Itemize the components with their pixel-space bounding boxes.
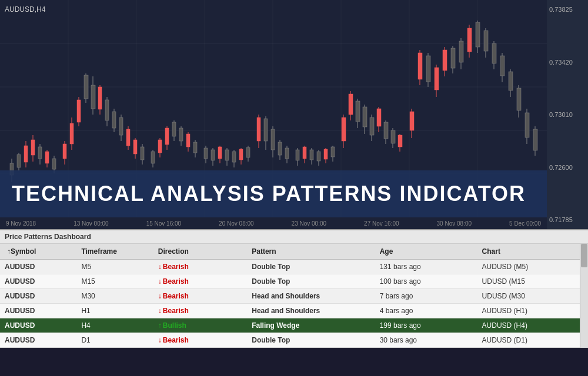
dashboard-title: Price Patterns Dashboard (0, 230, 588, 244)
price-0: 0.73825 (549, 6, 586, 13)
time-label-4: 23 Nov 00:00 (292, 220, 327, 227)
svg-rect-149 (533, 129, 537, 150)
svg-rect-125 (435, 68, 439, 90)
time-label-0: 9 Nov 2018 (6, 220, 36, 227)
banner-text: TECHNICAL ANALYSIS PATTERNS INDICATOR (12, 182, 526, 206)
svg-rect-71 (225, 150, 229, 160)
cell-age: 131 bars ago (375, 260, 477, 274)
cell-chart: UDUSD (M15 (477, 274, 588, 289)
price-1: 0.73420 (549, 59, 586, 66)
svg-rect-145 (517, 88, 521, 110)
col-header-pattern: Pattern (247, 244, 375, 260)
cell-direction: ↓Bearish (153, 289, 247, 304)
time-label-6: 30 Nov 08:00 (437, 220, 472, 227)
svg-rect-127 (443, 50, 447, 70)
cell-age: 30 bars ago (375, 333, 477, 348)
price-3: 0.72600 (549, 164, 586, 171)
cell-pattern: Head and Shoulders (247, 289, 375, 304)
patterns-table: ↑Symbol Timeframe Direction Pattern Age … (0, 244, 588, 348)
svg-rect-19 (31, 140, 35, 155)
svg-rect-27 (63, 144, 66, 159)
svg-rect-139 (492, 43, 496, 63)
svg-rect-77 (246, 147, 250, 157)
cell-pattern: Head and Shoulders (247, 304, 375, 318)
cell-symbol: AUDUSD (0, 333, 76, 348)
cell-timeframe: M5 (76, 260, 153, 274)
svg-rect-123 (426, 56, 430, 82)
svg-rect-99 (331, 147, 335, 157)
svg-rect-41 (112, 112, 116, 128)
svg-rect-31 (77, 100, 81, 122)
svg-rect-135 (476, 22, 480, 47)
table-row: AUDUSD M15 ↓Bearish Double Top 100 bars … (0, 274, 588, 289)
cell-pattern: Double Top (247, 260, 375, 274)
dashboard-panel: Price Patterns Dashboard ↑Symbol Timefra… (0, 229, 588, 348)
table-row: AUDUSD D1 ↓Bearish Double Top 30 bars ag… (0, 333, 588, 348)
cell-direction: ↑Bullish (153, 318, 247, 333)
svg-rect-93 (310, 150, 313, 160)
price-labels: 0.73825 0.73420 0.73010 0.72600 0.71785 (547, 0, 588, 229)
svg-rect-113 (384, 122, 388, 139)
svg-text:AUDUSD,H4: AUDUSD,H4 (5, 5, 46, 14)
time-label-2: 15 Nov 16:00 (146, 220, 182, 227)
svg-rect-129 (451, 48, 455, 68)
svg-rect-53 (158, 140, 162, 153)
cell-age: 7 bars ago (375, 289, 477, 304)
cell-symbol: AUDUSD (0, 304, 76, 318)
svg-rect-67 (211, 150, 215, 160)
cell-chart: AUDUSD (D1) (477, 333, 588, 348)
cell-timeframe: M30 (76, 289, 153, 304)
col-header-symbol: ↑Symbol (0, 244, 76, 260)
scrollbar[interactable] (580, 244, 588, 348)
time-label-5: 27 Nov 16:00 (364, 220, 399, 227)
time-label-7: 5 Dec 00:00 (509, 220, 541, 227)
svg-rect-63 (193, 142, 197, 153)
svg-rect-141 (500, 56, 505, 76)
svg-rect-45 (126, 129, 130, 146)
svg-rect-91 (303, 147, 306, 159)
svg-rect-39 (105, 100, 109, 120)
cell-age: 4 bars ago (375, 304, 477, 318)
table-body: AUDUSD M5 ↓Bearish Double Top 131 bars a… (0, 260, 588, 348)
cell-chart: AUDUSD (H4) (477, 318, 588, 333)
cell-timeframe: D1 (76, 333, 153, 348)
col-header-timeframe: Timeframe (76, 244, 153, 260)
svg-rect-111 (377, 109, 381, 126)
cell-symbol: AUDUSD (0, 318, 76, 333)
svg-rect-17 (24, 146, 28, 162)
table-row: AUDUSD M5 ↓Bearish Double Top 131 bars a… (0, 260, 588, 274)
svg-rect-65 (204, 148, 208, 159)
svg-rect-115 (391, 130, 395, 143)
cell-direction: ↓Bearish (153, 304, 247, 318)
svg-rect-83 (271, 129, 275, 150)
cell-symbol: AUDUSD (0, 289, 76, 304)
svg-rect-21 (38, 147, 42, 159)
cell-age: 199 bars ago (375, 318, 477, 333)
cell-pattern: Falling Wedge (247, 318, 375, 333)
cell-timeframe: M15 (76, 274, 153, 289)
svg-rect-79 (257, 118, 260, 141)
banner: TECHNICAL ANALYSIS PATTERNS INDICATOR (0, 170, 547, 217)
svg-rect-117 (398, 135, 402, 147)
cell-symbol: AUDUSD (0, 260, 76, 274)
svg-rect-131 (459, 41, 463, 62)
price-2: 0.73010 (549, 111, 586, 118)
col-header-direction: Direction (153, 244, 247, 260)
chart-area: AUDUSD,H4 9 Nov 2018 13 Nov 00:00 15 Nov… (0, 0, 588, 229)
svg-rect-23 (45, 152, 49, 163)
cell-direction: ↓Bearish (153, 333, 247, 348)
svg-rect-121 (418, 53, 422, 79)
svg-rect-85 (278, 142, 282, 155)
table-row: AUDUSD H4 ↑Bullish Falling Wedge 199 bar… (0, 318, 588, 333)
svg-rect-137 (484, 31, 488, 51)
svg-rect-59 (179, 128, 183, 141)
table-row: AUDUSD M30 ↓Bearish Head and Shoulders 7… (0, 289, 588, 304)
svg-rect-143 (509, 72, 513, 90)
svg-rect-37 (98, 87, 102, 109)
svg-rect-29 (70, 123, 74, 144)
cell-pattern: Double Top (247, 274, 375, 289)
svg-rect-47 (133, 140, 137, 154)
scrollbar-thumb[interactable] (581, 244, 587, 267)
svg-rect-61 (186, 134, 190, 147)
svg-rect-105 (356, 101, 360, 122)
